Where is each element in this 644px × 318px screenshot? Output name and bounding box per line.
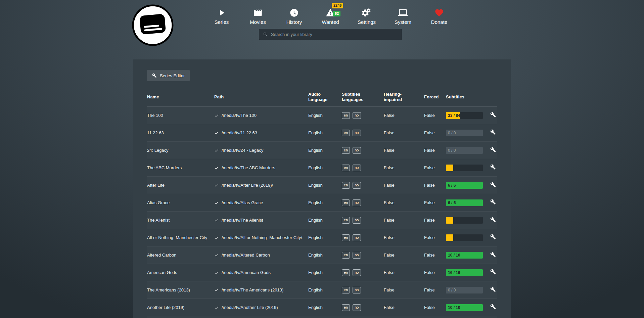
- edit-series-button[interactable]: [490, 269, 496, 275]
- subtitles-count: 6 / 6: [448, 183, 456, 188]
- subtitles-progress-bar: 6 / 6: [446, 182, 483, 189]
- wrench-icon: [490, 131, 496, 136]
- hearing-impaired-value: False: [384, 287, 424, 293]
- nav-item-movies[interactable]: Movies: [240, 8, 276, 25]
- series-name[interactable]: Another Life (2019): [147, 305, 214, 310]
- play-icon: [217, 8, 226, 18]
- nav-item-settings[interactable]: Settings: [349, 8, 385, 25]
- series-editor-button[interactable]: Series Editor: [147, 70, 190, 81]
- table-row: 11.22.63/media/tv/11.22.63EnglishennoFal…: [147, 124, 497, 142]
- edit-series-button[interactable]: [490, 129, 496, 135]
- series-path-text: /media/tv/Another Life (2019): [222, 305, 278, 310]
- check-icon: [214, 148, 219, 153]
- series-name[interactable]: After Life: [147, 183, 214, 188]
- edit-series-button[interactable]: [490, 182, 496, 187]
- series-path: /media/tv/24 - Legacy: [214, 148, 308, 153]
- nav-label-donate: Donate: [431, 19, 447, 25]
- series-path: /media/tv/All or Nothing- Manchester Cit…: [214, 235, 308, 240]
- edit-series-button[interactable]: [490, 252, 496, 257]
- edit-series-button[interactable]: [490, 286, 496, 292]
- nav-label-movies: Movies: [250, 19, 266, 25]
- nav-label-settings: Settings: [358, 19, 376, 25]
- row-actions: [490, 304, 497, 311]
- search-input[interactable]: [271, 32, 398, 37]
- audio-language: English: [308, 165, 342, 171]
- series-name[interactable]: The 100: [147, 113, 214, 118]
- row-actions: [490, 252, 497, 259]
- table-row: 24: Legacy/media/tv/24 - LegacyEnglishen…: [147, 142, 497, 159]
- series-name[interactable]: The ABC Murders: [147, 165, 214, 171]
- column-header-path: Path: [214, 94, 308, 100]
- nav-item-wanted[interactable]: 224662Wanted: [312, 8, 349, 25]
- table-row: After Life/media/tv/After Life (2019)/En…: [147, 177, 497, 194]
- check-icon: [214, 253, 219, 258]
- edit-series-button[interactable]: [490, 234, 496, 240]
- wrench-icon: [490, 166, 496, 171]
- app-logo[interactable]: [132, 4, 174, 46]
- hearing-impaired-value: False: [384, 253, 424, 258]
- nav-item-series[interactable]: Series: [203, 8, 240, 25]
- check-icon: [214, 165, 219, 170]
- series-path: /media/tv/Alias Grace: [214, 200, 308, 206]
- edit-series-button[interactable]: [490, 164, 496, 170]
- table-row: A.P. Bio/media/tv/A.P. BIO/EnglishennoFa…: [147, 316, 497, 318]
- edit-series-button[interactable]: [490, 217, 496, 222]
- subtitle-languages: enno: [342, 147, 384, 154]
- edit-series-button[interactable]: [490, 199, 496, 205]
- series-name[interactable]: The Alienist: [147, 218, 214, 223]
- column-header-subtitles-languages: Subtitles languages: [342, 92, 369, 102]
- wrench-icon: [490, 253, 496, 258]
- table-row: Altered Carbon/media/tv/Altered CarbonEn…: [147, 246, 497, 264]
- series-name[interactable]: 11.22.63: [147, 130, 214, 136]
- series-path: /media/tv/11.22.63: [214, 130, 308, 136]
- series-name[interactable]: All or Nothing: Manchester City: [147, 235, 214, 240]
- subtitles-cell: [446, 234, 490, 241]
- language-badge: en: [342, 112, 350, 119]
- subtitles-count: 10 / 10: [448, 253, 460, 258]
- edit-series-button[interactable]: [490, 112, 496, 118]
- audio-language: English: [308, 287, 342, 293]
- app-header: SeriesMoviesHistory224662WantedSettingsS…: [0, 0, 644, 59]
- header-center: SeriesMoviesHistory224662WantedSettingsS…: [203, 0, 458, 40]
- language-badge: en: [342, 147, 350, 154]
- subtitles-progress-bar: 6 / 6: [446, 199, 483, 206]
- progress-fill: [446, 234, 453, 241]
- table-row: The Americans (2013)/media/tv/The Americ…: [147, 281, 497, 299]
- forced-value: False: [424, 113, 446, 118]
- subtitles-cell: 0 / 0: [446, 130, 490, 136]
- check-icon: [214, 183, 219, 188]
- subtitles-cell: 0 / 0: [446, 147, 490, 154]
- language-badge: no: [353, 199, 361, 206]
- nav-item-history[interactable]: History: [276, 8, 312, 25]
- nav-item-donate[interactable]: Donate: [421, 8, 457, 25]
- series-path: /media/tv/The Americans (2013): [214, 287, 308, 293]
- audio-language: English: [308, 253, 342, 258]
- subtitles-cell: 6 / 6: [446, 182, 490, 189]
- wanted-badge-1: 62: [333, 11, 340, 16]
- series-name[interactable]: The Americans (2013): [147, 287, 214, 293]
- series-path-text: /media/tv/11.22.63: [222, 130, 257, 136]
- search-bar: [259, 29, 402, 40]
- column-header-audio-language: Audio language: [308, 92, 329, 102]
- language-badge: no: [353, 112, 361, 119]
- subtitles-progress-bar: 0 / 0: [446, 130, 483, 136]
- heart-icon: [434, 8, 444, 18]
- series-name[interactable]: 24: Legacy: [147, 148, 214, 153]
- subtitles-cell: 16 / 16: [446, 269, 490, 276]
- series-path: /media/tv/Altered Carbon: [214, 253, 308, 258]
- hearing-impaired-value: False: [384, 270, 424, 275]
- series-path-text: /media/tv/Altered Carbon: [222, 253, 270, 258]
- audio-language: English: [308, 148, 342, 153]
- series-path-text: /media/tv/American Gods: [222, 270, 271, 275]
- edit-series-button[interactable]: [490, 147, 496, 152]
- series-name[interactable]: Alias Grace: [147, 200, 214, 206]
- wrench-icon: [490, 306, 496, 311]
- series-name[interactable]: American Gods: [147, 270, 214, 275]
- series-name[interactable]: Altered Carbon: [147, 253, 214, 258]
- series-path: /media/tv/American Gods: [214, 270, 308, 275]
- forced-value: False: [424, 183, 446, 188]
- edit-series-button[interactable]: [490, 304, 496, 310]
- table-row: The Alienist/media/tv/The AlienistEnglis…: [147, 212, 497, 229]
- series-path-text: /media/tv/24 - Legacy: [222, 148, 263, 153]
- nav-item-system[interactable]: System: [385, 8, 421, 25]
